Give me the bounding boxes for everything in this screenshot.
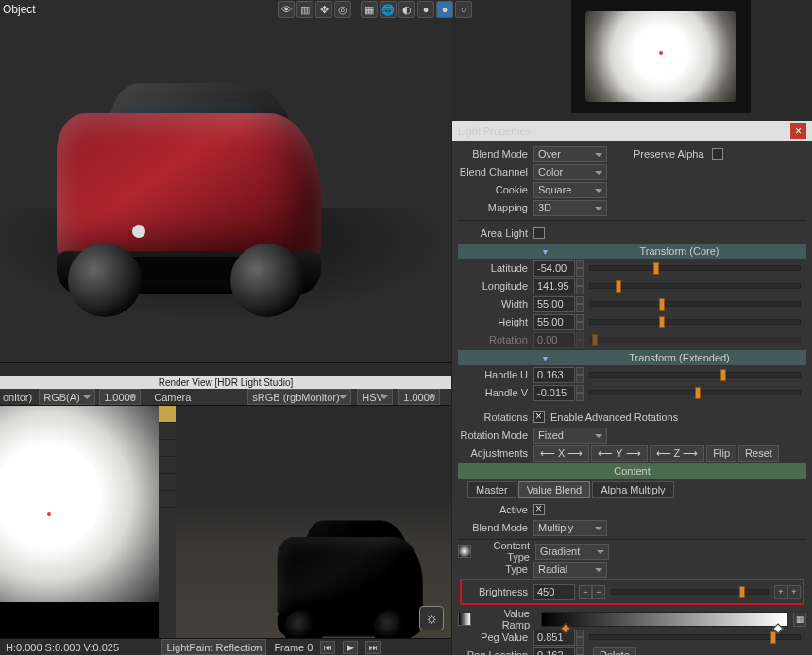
tab-master[interactable]: Master: [467, 481, 516, 498]
peg-value-spinner[interactable]: [576, 630, 584, 646]
paint-mode-combo[interactable]: LightPaint Reflection: [161, 639, 266, 655]
peg-value-slider[interactable]: [589, 634, 801, 640]
sphere-lit-icon[interactable]: ●: [436, 1, 453, 18]
adjust-z-button[interactable]: ⟵ Z ⟶: [650, 445, 705, 462]
brightness-dec-button[interactable]: −: [592, 585, 605, 599]
handle-u-slider[interactable]: [589, 372, 801, 378]
sphere-wire-icon[interactable]: ○: [455, 1, 472, 18]
cookie-combo[interactable]: Square: [533, 182, 607, 198]
collapse-icon[interactable]: ▾: [543, 353, 552, 363]
gizmo-icon[interactable]: ▥: [296, 1, 313, 18]
flip-button[interactable]: Flip: [706, 445, 736, 462]
brightness-inc2-button[interactable]: +: [787, 585, 801, 599]
grid-icon[interactable]: ▦: [361, 1, 378, 18]
monitor-combo-fragment[interactable]: onitor): [0, 392, 35, 403]
sphere-solid-icon[interactable]: ●: [417, 1, 434, 18]
handle-u-input[interactable]: 0.163: [533, 367, 575, 383]
hdr-preview-image: [585, 11, 736, 102]
brightness-slider[interactable]: [611, 589, 769, 595]
width-label: Width: [458, 298, 533, 310]
handle-v-spinner[interactable]: [576, 385, 584, 401]
longitude-spinner[interactable]: [576, 278, 584, 294]
colorspace-combo[interactable]: sRGB (rgbMonitor): [247, 389, 351, 405]
handle-v-slider[interactable]: [589, 390, 801, 395]
rotation-mode-combo[interactable]: Fixed: [533, 428, 607, 444]
panel-titlebar[interactable]: Light Properties ×: [452, 121, 812, 141]
width-input[interactable]: 55.00: [533, 296, 575, 312]
channel-value-combo[interactable]: 1.0000: [99, 389, 141, 405]
eyedropper-tool-icon[interactable]: [159, 491, 176, 508]
main-viewport[interactable]: Object 👁 ▥ ✥ ◎ ▦ 🌐 ◐ ● ● ○: [0, 0, 451, 362]
height-spinner[interactable]: [576, 314, 584, 330]
latitude-slider[interactable]: [589, 265, 801, 271]
value-ramp[interactable]: [541, 612, 787, 627]
handle-v-input[interactable]: -0.015: [533, 385, 575, 401]
frame-next-button[interactable]: ⏭: [365, 641, 381, 654]
ramp-options-button[interactable]: ▦: [793, 613, 806, 627]
longitude-input[interactable]: 141.95: [533, 278, 575, 294]
vblend-mode-combo[interactable]: Multiply: [533, 520, 607, 536]
ramp-preview-icon[interactable]: [458, 613, 471, 626]
rotations-label: Rotations: [458, 411, 533, 423]
render-preview[interactable]: ☼: [159, 406, 451, 638]
advanced-rotations-checkbox[interactable]: [533, 411, 545, 423]
tab-value-blend[interactable]: Value Blend: [518, 481, 591, 498]
type-combo[interactable]: Radial: [533, 562, 607, 578]
globe-icon[interactable]: 🌐: [380, 1, 397, 18]
latitude-input[interactable]: -54.00: [533, 260, 575, 277]
peg-location-input[interactable]: 0.162: [533, 647, 575, 656]
content-header[interactable]: ▾ Content: [458, 463, 806, 479]
frame-play-button[interactable]: ▶: [343, 641, 358, 654]
width-spinner[interactable]: [576, 296, 584, 312]
select-tool-icon[interactable]: [159, 423, 176, 440]
delete-button[interactable]: Delete: [593, 647, 636, 656]
adjust-x-button[interactable]: ⟵ X ⟶: [533, 445, 589, 462]
hdr-preview-thumbnail[interactable]: [571, 0, 751, 113]
handle-u-spinner[interactable]: [576, 367, 584, 383]
latitude-spinner[interactable]: [576, 260, 584, 277]
channel-combo[interactable]: RGB(A): [39, 389, 95, 405]
area-light-checkbox[interactable]: [533, 227, 545, 239]
render-subject-car: [19, 57, 359, 321]
content-type-combo[interactable]: Gradient: [535, 544, 609, 560]
brightness-inc-button[interactable]: +: [774, 585, 787, 599]
preserve-alpha-checkbox[interactable]: [712, 148, 723, 160]
hdr-canvas-view[interactable]: [0, 406, 159, 638]
blend-channel-combo[interactable]: Color: [533, 164, 607, 180]
width-slider[interactable]: [589, 301, 801, 307]
brightness-dec2-button[interactable]: −: [579, 585, 592, 599]
sun-toggle-icon[interactable]: ☼: [419, 606, 444, 630]
sphere-shaded-icon[interactable]: ◐: [398, 1, 415, 18]
transform-core-header[interactable]: ▾ Transform (Core): [458, 244, 806, 259]
move-icon[interactable]: ✥: [315, 1, 332, 18]
target-icon[interactable]: ◎: [334, 1, 351, 18]
height-slider[interactable]: [589, 319, 801, 325]
close-icon[interactable]: ×: [790, 123, 806, 139]
reset-button[interactable]: Reset: [738, 445, 779, 462]
collapse-icon[interactable]: ▾: [543, 246, 552, 257]
gradient-preview-icon[interactable]: [458, 545, 471, 558]
display-mode-combo[interactable]: HSV: [357, 389, 393, 405]
height-input[interactable]: 55.00: [533, 314, 575, 330]
longitude-slider[interactable]: [589, 283, 801, 289]
brightness-input[interactable]: 450: [533, 584, 575, 600]
peg-location-spinner[interactable]: [576, 647, 584, 656]
render-view-body: ☼: [0, 406, 451, 638]
brightness-label: Brightness: [464, 586, 533, 597]
move-tool-icon[interactable]: [159, 440, 176, 457]
region-tool-icon[interactable]: [159, 474, 176, 491]
peg-value-input[interactable]: 0.851: [533, 630, 575, 646]
active-checkbox[interactable]: [533, 504, 545, 515]
mapping-combo[interactable]: 3D: [533, 200, 607, 216]
blend-mode-combo[interactable]: Over: [533, 146, 607, 162]
rotation-core-input: 0.00: [533, 332, 575, 348]
latitude-label: Latitude: [458, 262, 533, 274]
tab-alpha-multiply[interactable]: Alpha Multiply: [592, 481, 673, 498]
adjust-y-button[interactable]: ⟵ Y ⟶: [591, 445, 647, 462]
zoom-tool-icon[interactable]: [159, 457, 176, 474]
brush-tool-icon[interactable]: [159, 406, 176, 423]
display-value-combo[interactable]: 1.0000: [398, 389, 440, 405]
eye-icon[interactable]: 👁: [278, 1, 295, 18]
frame-prev-button[interactable]: ⏮: [320, 641, 335, 654]
transform-extended-header[interactable]: ▾ Transform (Extended): [458, 350, 806, 365]
